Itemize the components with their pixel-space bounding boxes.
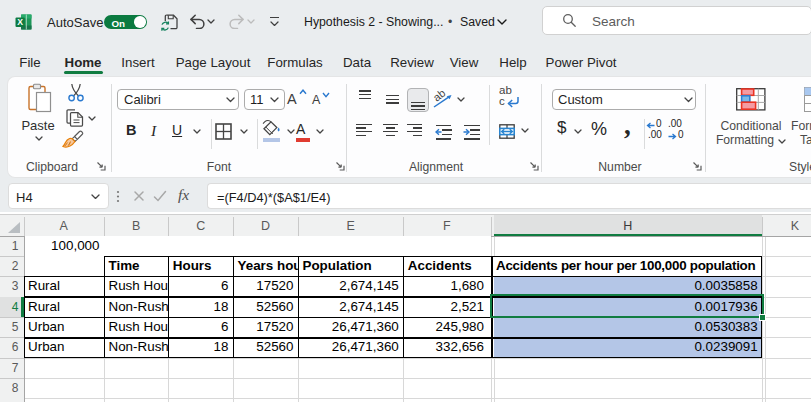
svg-text:X: X bbox=[17, 17, 23, 27]
